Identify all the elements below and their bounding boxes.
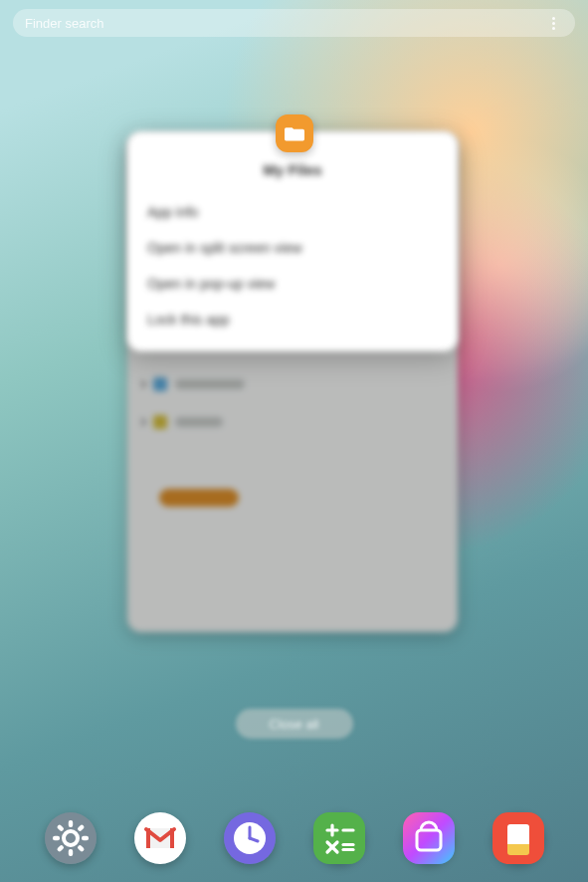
svg-rect-4 bbox=[53, 836, 60, 840]
svg-rect-3 bbox=[68, 849, 72, 856]
svg-rect-13 bbox=[170, 828, 174, 848]
menu-item-split-screen[interactable]: Open in split screen view bbox=[127, 230, 458, 266]
menu-item-popup-view[interactable]: Open in pop-up view bbox=[127, 266, 458, 302]
app-context-menu: My Files App info Open in split screen v… bbox=[127, 131, 458, 351]
svg-rect-18 bbox=[313, 812, 365, 864]
menu-item-app-info[interactable]: App info bbox=[127, 194, 458, 230]
my-files-app-icon[interactable] bbox=[276, 114, 313, 152]
more-options-icon[interactable] bbox=[543, 13, 563, 33]
finder-search-bar[interactable] bbox=[13, 9, 575, 37]
svg-rect-12 bbox=[146, 828, 150, 848]
calculator-app[interactable] bbox=[313, 812, 365, 864]
chevron-right-icon bbox=[138, 418, 146, 426]
popup-app-name: My Files bbox=[127, 161, 458, 178]
svg-rect-5 bbox=[82, 836, 89, 840]
recents-dock bbox=[0, 812, 588, 864]
clock-app[interactable] bbox=[224, 812, 276, 864]
menu-item-lock-app[interactable]: Lock this app bbox=[127, 302, 458, 337]
svg-rect-26 bbox=[403, 812, 455, 864]
svg-rect-2 bbox=[68, 820, 72, 827]
samsung-notes-app[interactable] bbox=[492, 812, 544, 864]
svg-point-0 bbox=[45, 812, 97, 864]
galaxy-store-app[interactable] bbox=[403, 812, 455, 864]
home-screen-wallpaper: My Files App info Open in split screen v… bbox=[0, 0, 588, 882]
finder-search-input[interactable] bbox=[25, 16, 543, 31]
settings-app[interactable] bbox=[45, 812, 97, 864]
chevron-right-icon bbox=[138, 380, 146, 388]
gmail-app[interactable] bbox=[134, 812, 186, 864]
storage-analysis-pill bbox=[159, 489, 239, 507]
close-all-button[interactable]: Close all bbox=[236, 709, 353, 739]
